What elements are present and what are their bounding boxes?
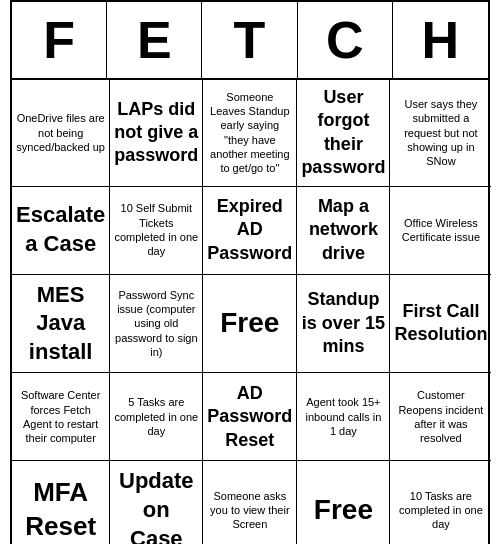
bingo-cell-2: Someone Leaves Standup early saying "the… (203, 80, 297, 187)
header-letter-f: F (12, 2, 107, 78)
bingo-cell-7: Expired AD Password (203, 187, 297, 275)
bingo-cell-15: Software Center forces Fetch Agent to re… (12, 373, 110, 461)
header-letter-e: E (107, 2, 202, 78)
bingo-cell-5: Escalate a Case (12, 187, 110, 275)
bingo-cell-11: Password Sync issue (computer using old … (110, 275, 203, 374)
bingo-cell-3: User forgot their password (297, 80, 390, 187)
bingo-cell-23: Free (297, 461, 390, 544)
bingo-cell-18: Agent took 15+ inbound calls in 1 day (297, 373, 390, 461)
bingo-header: FETCH (12, 2, 488, 80)
bingo-cell-6: 10 Self Submit Tickets completed in one … (110, 187, 203, 275)
bingo-cell-14: First Call Resolution (390, 275, 491, 374)
bingo-cell-10: MES Java install (12, 275, 110, 374)
bingo-cell-16: 5 Tasks are completed in one day (110, 373, 203, 461)
bingo-cell-9: Office Wireless Certificate issue (390, 187, 491, 275)
bingo-cell-24: 10 Tasks are completed in one day (390, 461, 491, 544)
bingo-cell-1: LAPs did not give a password (110, 80, 203, 187)
bingo-grid: OneDrive files are not being synced/back… (12, 80, 488, 544)
bingo-cell-12: Free (203, 275, 297, 374)
header-letter-c: C (298, 2, 393, 78)
header-letter-h: H (393, 2, 488, 78)
bingo-cell-17: AD Password Reset (203, 373, 297, 461)
bingo-cell-8: Map a network drive (297, 187, 390, 275)
bingo-cell-22: Someone asks you to view their Screen (203, 461, 297, 544)
bingo-card: FETCH OneDrive files are not being synce… (10, 0, 490, 544)
bingo-cell-4: User says they submitted a request but n… (390, 80, 491, 187)
bingo-cell-13: Standup is over 15 mins (297, 275, 390, 374)
bingo-cell-0: OneDrive files are not being synced/back… (12, 80, 110, 187)
bingo-cell-20: MFA Reset (12, 461, 110, 544)
header-letter-t: T (202, 2, 297, 78)
bingo-cell-19: Customer Reopens incident after it was r… (390, 373, 491, 461)
bingo-cell-21: Update on Case (110, 461, 203, 544)
